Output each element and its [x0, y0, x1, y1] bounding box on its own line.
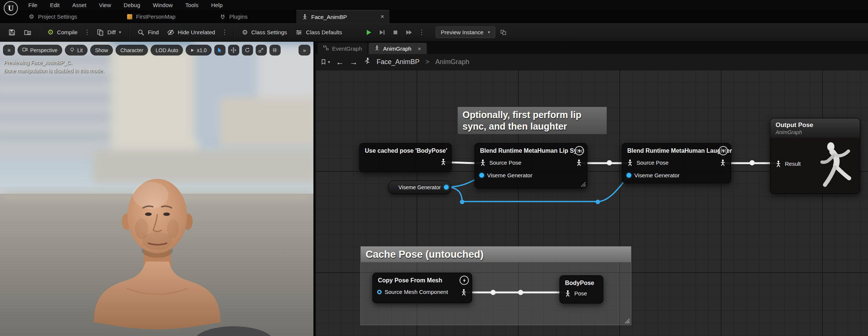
- hide-unrelated-options-kebab[interactable]: ⋮: [220, 28, 230, 36]
- breadcrumb-asset[interactable]: Face_AnimBP: [377, 58, 420, 66]
- lit-dropdown[interactable]: Lit: [65, 45, 88, 56]
- speed-label: x1.0: [197, 47, 206, 53]
- forward-button[interactable]: →: [350, 58, 358, 66]
- menu-item-view[interactable]: View: [99, 2, 111, 8]
- tab-plugins[interactable]: Plugins: [214, 10, 253, 23]
- pin-label: Viseme Generator: [634, 172, 679, 178]
- graph-canvas[interactable]: Optionally, first perform lip sync, and …: [315, 70, 868, 336]
- menu-item-edit[interactable]: Edit: [50, 2, 60, 8]
- frame-advance-button[interactable]: [376, 27, 388, 38]
- class-settings-label: Class Settings: [251, 29, 287, 35]
- tab-label: Project Settings: [38, 13, 77, 20]
- viseme-generator-pin[interactable]: Viseme Generator: [626, 172, 679, 178]
- compile-options-kebab[interactable]: ⋮: [82, 28, 92, 36]
- output-pose-pin[interactable]: [575, 159, 583, 166]
- unreal-logo-letter: U: [8, 4, 13, 13]
- fast-path-icon: [460, 276, 469, 285]
- output-pose-pin[interactable]: [719, 159, 726, 166]
- select-tool-button[interactable]: [214, 45, 225, 56]
- node-title: Use cached pose 'BodyPose': [360, 143, 451, 156]
- tab-firstpersonmap[interactable]: FirstPersonMap: [121, 10, 181, 23]
- level-icon: [126, 13, 133, 20]
- hamburger-icon: ≡: [7, 47, 10, 53]
- browse-asset-button[interactable]: [20, 26, 35, 39]
- fast-path-icon: [575, 146, 584, 155]
- move-tool-button[interactable]: [228, 45, 239, 56]
- skip-forward-button[interactable]: [403, 27, 414, 38]
- bookmarks-dropdown[interactable]: ▾: [321, 59, 330, 65]
- variable-label: Viseme Generator: [398, 184, 441, 190]
- simulation-options-kebab[interactable]: ⋮: [417, 28, 427, 36]
- breadcrumb-current-graph[interactable]: AnimGraph: [435, 58, 469, 66]
- breadcrumb-separator: >: [426, 58, 430, 66]
- tab-project-settings[interactable]: ⚙ Project Settings: [23, 10, 82, 23]
- play-button[interactable]: [363, 27, 374, 38]
- bookmark-icon: [321, 59, 326, 65]
- source-pose-pin[interactable]: Source Pose: [479, 159, 521, 166]
- source-pose-pin[interactable]: Source Pose: [626, 159, 669, 166]
- node-viseme-generator-variable[interactable]: Viseme Generator: [388, 181, 451, 194]
- node-blend-lipsync[interactable]: Blend Runtime MetaHuman Lip Sync Source …: [474, 143, 587, 188]
- character-dropdown[interactable]: Character: [116, 45, 148, 56]
- preview-viewport[interactable]: ≡ Perspective Lit Show Character LOD Aut…: [0, 42, 313, 336]
- menu-item-tools[interactable]: Tools: [185, 2, 198, 8]
- preview-instance-dropdown[interactable]: Preview Instance ▾: [436, 26, 495, 38]
- debug-filter-button[interactable]: [496, 26, 511, 39]
- tab-label: AnimGraph: [383, 45, 411, 52]
- toolbar-divider: [234, 27, 234, 38]
- viewport-toolbar: ≡ Perspective Lit Show Character LOD Aut…: [3, 45, 310, 56]
- viewport-menu-button[interactable]: ≡: [3, 45, 15, 56]
- close-icon[interactable]: ×: [381, 13, 384, 20]
- tab-face-animbp[interactable]: Face_AnimBP ×: [296, 10, 389, 23]
- scale-tool-button[interactable]: [256, 45, 267, 56]
- pin-label: Source Pose: [637, 159, 669, 166]
- lod-dropdown[interactable]: LOD Auto: [151, 45, 183, 56]
- save-button[interactable]: [4, 26, 19, 39]
- node-header: Output Pose AnimGraph: [770, 118, 860, 138]
- show-dropdown[interactable]: Show: [90, 45, 113, 56]
- node-use-cached-pose[interactable]: Use cached pose 'BodyPose': [359, 143, 452, 172]
- diff-button[interactable]: Diff ▾: [93, 26, 125, 39]
- playback-speed-dropdown[interactable]: x1.0: [186, 45, 211, 56]
- close-icon[interactable]: ×: [418, 45, 421, 52]
- menu-item-help[interactable]: Help: [211, 2, 222, 8]
- menu-item-debug[interactable]: Debug: [124, 2, 140, 8]
- object-pin-icon[interactable]: [444, 185, 449, 190]
- find-label: Find: [148, 29, 159, 35]
- node-output-pose[interactable]: Output Pose AnimGraph Result: [770, 118, 860, 194]
- menu-item-window[interactable]: Window: [153, 2, 173, 8]
- find-button[interactable]: Find: [133, 26, 162, 39]
- perspective-dropdown[interactable]: Perspective: [18, 45, 62, 56]
- tab-eventgraph[interactable]: EventGraph: [318, 43, 367, 54]
- chevrons-right-icon: »: [303, 47, 306, 53]
- unreal-logo[interactable]: U: [4, 1, 18, 15]
- viseme-generator-pin[interactable]: Viseme Generator: [479, 172, 532, 178]
- menu-item-file[interactable]: File: [28, 2, 37, 8]
- rotate-tool-button[interactable]: [242, 45, 253, 56]
- hide-unrelated-button[interactable]: Hide Unrelated: [163, 26, 219, 39]
- node-blend-laughter[interactable]: Blend Runtime MetaHuman Laughter Source …: [622, 143, 731, 183]
- source-mesh-component-pin[interactable]: Source Mesh Component: [377, 289, 448, 295]
- node-title: Copy Pose From Mesh: [373, 273, 472, 286]
- output-pose-pin[interactable]: [460, 289, 467, 296]
- tab-animgraph[interactable]: AnimGraph ×: [369, 43, 427, 54]
- animgraph-icon: [374, 45, 380, 52]
- class-settings-button[interactable]: ⚙ Class Settings: [238, 26, 291, 38]
- node-copy-pose-from-mesh[interactable]: Copy Pose From Mesh Source Mesh Componen…: [372, 273, 472, 303]
- compile-button[interactable]: ⚙ Compile: [44, 26, 81, 38]
- node-save-cached-pose-bodypose[interactable]: BodyPose Pose: [559, 275, 603, 304]
- pose-pin-icon: [775, 160, 782, 167]
- viewport-expand-button[interactable]: »: [299, 45, 310, 56]
- back-button[interactable]: ←: [336, 58, 344, 66]
- diff-label: Diff: [107, 29, 116, 35]
- resize-grip[interactable]: [580, 181, 586, 187]
- debug-filter-icon: [500, 29, 507, 36]
- sliders-icon: [295, 29, 303, 36]
- result-pin[interactable]: Result: [775, 160, 801, 167]
- grid-snap-button[interactable]: [269, 45, 281, 56]
- stop-button[interactable]: [390, 27, 401, 38]
- class-defaults-button[interactable]: Class Defaults: [291, 26, 346, 39]
- output-pose-pin[interactable]: [440, 158, 447, 165]
- menu-item-asset[interactable]: Asset: [72, 2, 86, 8]
- pose-pin[interactable]: Pose: [564, 290, 587, 297]
